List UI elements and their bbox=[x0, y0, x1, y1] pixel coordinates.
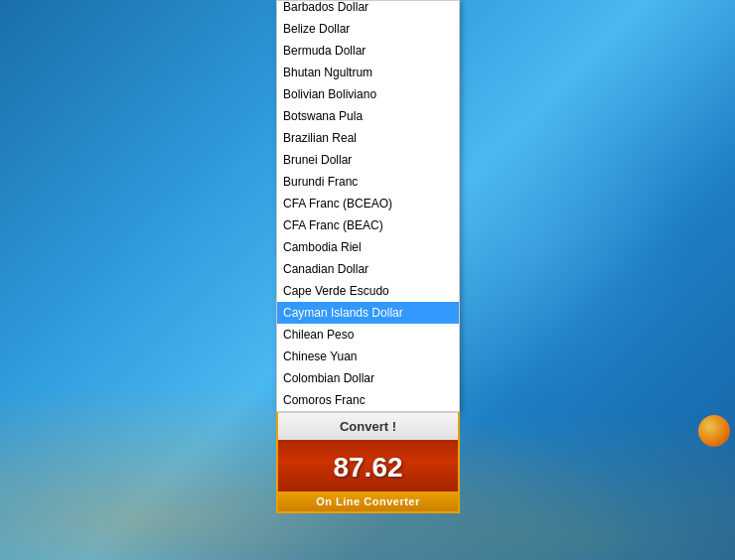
list-item[interactable]: Cape Verde Escudo bbox=[277, 280, 459, 302]
list-item[interactable]: CFA Franc (BCEAO) bbox=[277, 193, 459, 214]
list-item[interactable]: Bermuda Dollar bbox=[277, 40, 459, 62]
globe-decoration bbox=[698, 415, 730, 447]
list-item[interactable]: Belize Dollar bbox=[277, 18, 459, 40]
list-item[interactable]: Botswana Pula bbox=[277, 105, 459, 127]
currency-widget: Australian DollarBahamian DollarBahraini… bbox=[276, 0, 465, 513]
list-item[interactable]: Bolivian Boliviano bbox=[277, 83, 459, 105]
list-item[interactable]: Chinese Yuan bbox=[277, 346, 459, 367]
list-item[interactable]: Comoros Franc bbox=[277, 389, 459, 411]
list-item[interactable]: Bhutan Ngultrum bbox=[277, 62, 459, 83]
list-item[interactable]: Cayman Islands Dollar bbox=[277, 302, 459, 324]
list-item[interactable]: Barbados Dollar bbox=[277, 0, 459, 18]
list-item[interactable]: Chilean Peso bbox=[277, 324, 459, 346]
currency-dropdown[interactable]: Australian DollarBahamian DollarBahraini… bbox=[276, 0, 460, 412]
footer-label: On Line Converter bbox=[278, 491, 458, 511]
result-display: 87.62 bbox=[278, 440, 458, 491]
convert-button[interactable]: Convert ! bbox=[278, 412, 458, 440]
list-item[interactable]: Brunei Dollar bbox=[277, 149, 459, 171]
list-item[interactable]: Brazilian Real bbox=[277, 127, 459, 149]
list-item[interactable]: CFA Franc (BEAC) bbox=[277, 214, 459, 236]
list-item[interactable]: Colombian Dollar bbox=[277, 367, 459, 389]
list-item[interactable]: Cambodia Riel bbox=[277, 236, 459, 258]
list-item[interactable]: Canadian Dollar bbox=[277, 258, 459, 280]
list-item[interactable]: Burundi Franc bbox=[277, 171, 459, 193]
converter-box: Convert ! 87.62 On Line Converter bbox=[276, 412, 460, 513]
